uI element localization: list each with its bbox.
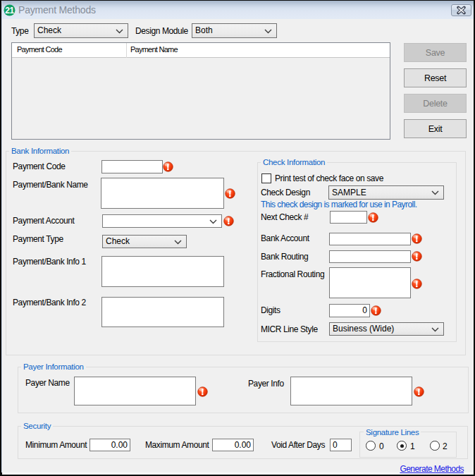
svg-text:21: 21 xyxy=(5,6,14,16)
